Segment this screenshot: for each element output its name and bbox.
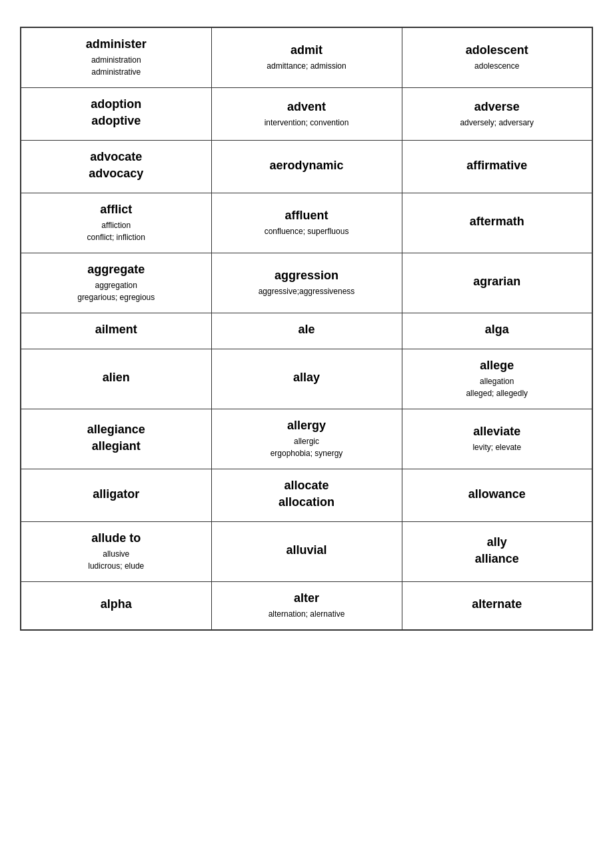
word-main: allegiant (28, 439, 205, 453)
table-cell: allyalliance (402, 522, 592, 582)
table-cell: alien (21, 349, 211, 409)
table-cell: afflictafflictionconflict; infliction (21, 193, 211, 253)
table-row: alligatorallocateallocationallowance (21, 469, 592, 522)
table-cell: alternate (402, 582, 592, 631)
table-cell: aerodynamic (211, 141, 402, 193)
table-row: ailmentalealga (21, 313, 592, 349)
word-main: ale (219, 323, 395, 337)
word-main: allergy (219, 419, 395, 433)
word-main: affluent (219, 209, 395, 223)
word-related: alleged; allegedly (409, 387, 586, 399)
word-related: intervention; convention (219, 117, 395, 129)
word-main: ailment (28, 323, 205, 337)
word-main: adoption (28, 97, 205, 111)
word-main: afflict (28, 203, 205, 217)
table-cell: adventintervention; convention (211, 88, 402, 141)
word-main: affirmative (409, 159, 586, 173)
word-main: aftermath (409, 215, 586, 229)
word-main: admit (219, 43, 395, 57)
word-main: alien (28, 371, 205, 385)
word-table: administeradministrationadministrativead… (20, 27, 593, 631)
table-cell: allegeallegationalleged; allegedly (402, 349, 592, 409)
word-main: alternate (409, 597, 586, 611)
table-cell: administeradministrationadministrative (21, 27, 211, 88)
table-cell: affirmative (402, 141, 592, 193)
word-main: allay (219, 371, 395, 385)
table-cell: allude toallusiveludicrous; elude (21, 522, 211, 582)
word-main: allege (409, 359, 586, 373)
word-related: allegation (409, 375, 586, 387)
word-related: aggressive;aggressiveness (219, 285, 395, 297)
table-cell: allowance (402, 469, 592, 522)
table-cell: allegianceallegiant (21, 409, 211, 469)
table-cell: aggregateaggregationgregarious; egregiou… (21, 253, 211, 313)
table-row: advocateadvocacyaerodynamicaffirmative (21, 141, 592, 193)
word-related: allergic (219, 435, 395, 447)
word-related: allusive (28, 548, 205, 560)
table-cell: aggressionaggressive;aggressiveness (211, 253, 402, 313)
word-main: allude to (28, 531, 205, 545)
word-main: aggression (219, 269, 395, 283)
word-related: adolescence (409, 60, 586, 72)
table-cell: affluentconfluence; superfluous (211, 193, 402, 253)
table-cell: alga (402, 313, 592, 349)
table-cell: advocateadvocacy (21, 141, 211, 193)
word-main: alliance (409, 552, 586, 566)
word-related: admittance; admission (219, 60, 395, 72)
word-related: levity; elevate (409, 441, 586, 453)
table-cell: aftermath (402, 193, 592, 253)
word-main: allegiance (28, 423, 205, 437)
word-main: adverse (409, 100, 586, 114)
word-main: adoptive (28, 114, 205, 128)
table-cell: allergyallergicergophobia; synergy (211, 409, 402, 469)
table-cell: alteralternation; alernative (211, 582, 402, 631)
table-row: allegianceallegiantallergyallergicergoph… (21, 409, 592, 469)
word-main: advocacy (28, 167, 205, 181)
table-row: alienallayallegeallegationalleged; alleg… (21, 349, 592, 409)
word-main: aerodynamic (219, 159, 395, 173)
table-cell: alluvial (211, 522, 402, 582)
word-related: affliction (28, 219, 205, 231)
table-cell: adverseadversely; adversary (402, 88, 592, 141)
word-main: allocation (219, 495, 395, 509)
table-cell: ale (211, 313, 402, 349)
word-related: aggregation (28, 279, 205, 291)
table-cell: alleviatelevity; elevate (402, 409, 592, 469)
word-related: alternation; alernative (219, 608, 395, 620)
word-main: alluvial (219, 543, 395, 557)
table-row: allude toallusiveludicrous; eludealluvia… (21, 522, 592, 582)
word-main: administer (28, 37, 205, 51)
word-main: advocate (28, 150, 205, 164)
word-related: adversely; adversary (409, 117, 586, 129)
table-cell: alligator (21, 469, 211, 522)
word-related: administrative (28, 66, 205, 78)
table-row: afflictafflictionconflict; inflictionaff… (21, 193, 592, 253)
table-row: adoptionadoptiveadventintervention; conv… (21, 88, 592, 141)
table-cell: ailment (21, 313, 211, 349)
table-row: administeradministrationadministrativead… (21, 27, 592, 88)
word-related: ergophobia; synergy (219, 447, 395, 459)
word-related: confluence; superfluous (219, 225, 395, 237)
word-main: agrarian (409, 275, 586, 289)
word-main: alter (219, 591, 395, 605)
word-related: conflict; infliction (28, 231, 205, 243)
word-related: ludicrous; elude (28, 560, 205, 572)
table-cell: alpha (21, 582, 211, 631)
table-row: aggregateaggregationgregarious; egregiou… (21, 253, 592, 313)
word-main: alligator (28, 487, 205, 501)
word-main: allocate (219, 479, 395, 493)
word-main: ally (409, 535, 586, 549)
vocabulary-table: administeradministrationadministrativead… (20, 27, 593, 631)
word-main: allowance (409, 487, 586, 501)
table-cell: admitadmittance; admission (211, 27, 402, 88)
word-main: alpha (28, 597, 205, 611)
word-main: alga (409, 323, 586, 337)
table-cell: agrarian (402, 253, 592, 313)
table-cell: adolescentadolescence (402, 27, 592, 88)
word-main: alleviate (409, 425, 586, 439)
table-cell: adoptionadoptive (21, 88, 211, 141)
word-main: aggregate (28, 263, 205, 277)
word-related: gregarious; egregious (28, 291, 205, 303)
table-row: alphaalteralternation; alernativealterna… (21, 582, 592, 631)
word-main: advent (219, 100, 395, 114)
